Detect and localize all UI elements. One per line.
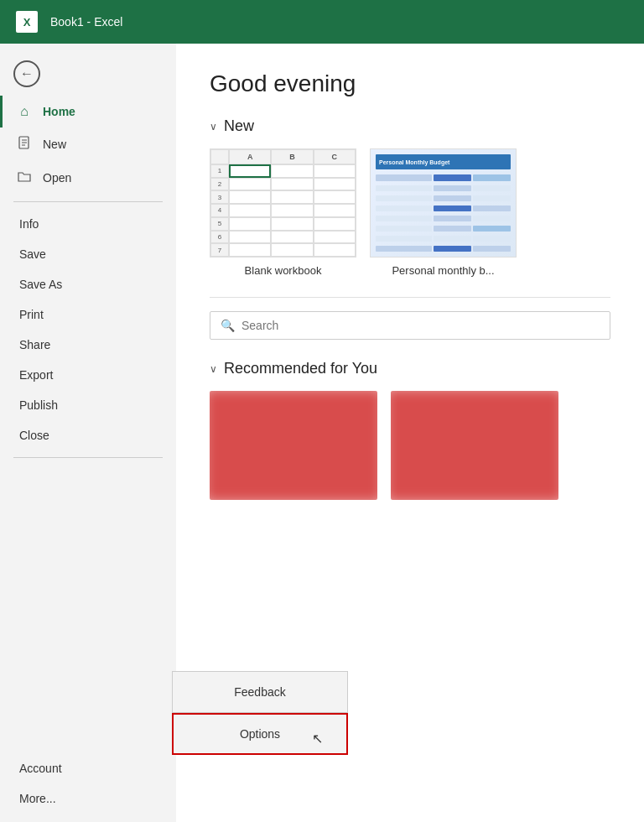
back-button[interactable]: ←	[0, 52, 176, 96]
sidebar: ← ⌂ Home New	[0, 44, 176, 822]
excel-logo: X	[16, 11, 38, 33]
search-container[interactable]: 🔍	[210, 311, 610, 340]
sidebar-item-export[interactable]: Export	[0, 360, 176, 390]
recommended-card-2[interactable]	[391, 391, 558, 500]
sidebar-item-save-as[interactable]: Save As	[0, 269, 176, 299]
open-icon	[16, 169, 33, 186]
new-icon	[16, 136, 33, 153]
window-title: Book1 - Excel	[50, 15, 122, 29]
home-icon: ⌂	[16, 104, 33, 119]
templates-row: A B C 1 2 3	[210, 148, 610, 277]
blank-workbook-label: Blank workbook	[210, 264, 356, 277]
recommended-section-title: Recommended for You	[224, 360, 377, 377]
feedback-button[interactable]: Feedback	[172, 671, 348, 713]
main-container: ← ⌂ Home New	[0, 44, 644, 822]
budget-template-label: Personal monthly b...	[370, 264, 517, 277]
recommended-card-1[interactable]	[210, 391, 377, 500]
budget-template-card[interactable]: Personal Monthly Budget	[370, 148, 517, 277]
back-circle-icon: ←	[13, 60, 40, 87]
sidebar-item-info[interactable]: Info	[0, 209, 176, 239]
sidebar-divider-2	[13, 457, 163, 458]
sidebar-item-more[interactable]: More...	[0, 783, 176, 814]
sidebar-open-label: Open	[43, 171, 71, 185]
sidebar-item-account[interactable]: Account	[0, 753, 176, 783]
recommended-cards	[210, 391, 610, 500]
recommended-card-2-thumbnail	[391, 391, 558, 500]
search-icon: 🔍	[221, 319, 235, 332]
sidebar-new-label: New	[43, 138, 66, 151]
recommended-card-1-thumbnail	[210, 391, 377, 500]
budget-thumbnail: Personal Monthly Budget	[370, 148, 517, 258]
sidebar-item-home[interactable]: ⌂ Home	[0, 96, 176, 127]
cursor-icon: ↖	[312, 731, 323, 747]
sidebar-item-open[interactable]: Open	[0, 161, 176, 195]
sidebar-item-save[interactable]: Save	[0, 239, 176, 269]
sidebar-item-new[interactable]: New	[0, 127, 176, 161]
sidebar-divider-1	[13, 201, 163, 202]
sidebar-item-close[interactable]: Close	[0, 420, 176, 450]
title-bar: X Book1 - Excel	[0, 0, 644, 44]
sidebar-item-print[interactable]: Print	[0, 299, 176, 330]
search-input[interactable]	[242, 319, 600, 332]
sidebar-bottom: Account More...	[0, 753, 176, 822]
sidebar-item-share[interactable]: Share	[0, 330, 176, 360]
new-section-title: New	[224, 117, 254, 135]
app-icon: X	[13, 8, 40, 35]
new-section-header: ∨ New	[210, 117, 610, 135]
new-chevron-icon[interactable]: ∨	[210, 121, 217, 133]
options-button[interactable]: Options ↖	[172, 713, 348, 755]
blank-workbook-thumbnail: A B C 1 2 3	[210, 148, 356, 258]
blank-workbook-card[interactable]: A B C 1 2 3	[210, 148, 356, 277]
popup-menu: Feedback Options ↖	[172, 671, 348, 755]
recommended-chevron-icon[interactable]: ∨	[210, 363, 217, 375]
sidebar-item-publish[interactable]: Publish	[0, 390, 176, 420]
recommended-section-header: ∨ Recommended for You	[210, 360, 610, 377]
sidebar-home-label: Home	[43, 105, 75, 118]
greeting-text: Good evening	[210, 70, 610, 97]
section-divider	[210, 297, 610, 298]
